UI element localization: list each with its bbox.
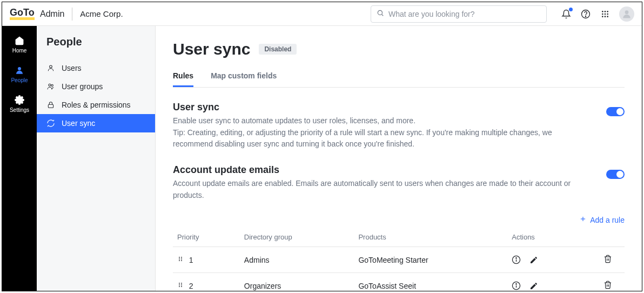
goto-logo: GoTo xyxy=(10,8,35,20)
svg-line-1 xyxy=(382,14,384,16)
section-user-sync: User sync Enable user sync to automate u… xyxy=(173,102,625,150)
trash-icon[interactable] xyxy=(603,255,612,263)
org-name: Acme Corp. xyxy=(80,9,123,18)
svg-point-22 xyxy=(179,257,180,258)
svg-point-27 xyxy=(181,261,182,262)
th-trash xyxy=(591,228,625,247)
secnav-item-users[interactable]: Users xyxy=(37,59,155,77)
info-icon[interactable] xyxy=(512,255,521,264)
logo-text: GoTo xyxy=(10,8,35,17)
secnav-label-users: Users xyxy=(62,64,82,72)
th-directory-group: Directory group xyxy=(240,228,354,247)
svg-point-30 xyxy=(516,258,516,258)
avatar[interactable] xyxy=(619,6,634,22)
help-icon[interactable] xyxy=(580,9,591,19)
secnav-item-groups[interactable]: User groups xyxy=(37,77,155,96)
plus-icon xyxy=(579,215,587,224)
svg-rect-19 xyxy=(48,104,53,108)
svg-point-16 xyxy=(50,65,52,68)
svg-point-4 xyxy=(602,11,603,12)
svg-point-12 xyxy=(607,16,608,17)
user-sync-title: User sync xyxy=(173,102,590,113)
svg-point-25 xyxy=(181,259,182,260)
add-rule-button[interactable]: Add a rule xyxy=(579,215,625,224)
svg-point-11 xyxy=(605,16,606,17)
products-cell: GoToMeeting Starter xyxy=(354,247,507,273)
trash-icon[interactable] xyxy=(603,281,612,289)
left-rail: Home People Settings xyxy=(2,26,37,291)
tab-map-custom-fields[interactable]: Map custom fields xyxy=(211,71,277,87)
rail-item-people[interactable]: People xyxy=(11,65,28,83)
products-cell: GoToAssist Seeit xyxy=(354,273,507,291)
svg-point-9 xyxy=(607,13,608,15)
user-sync-toggle[interactable] xyxy=(606,107,625,116)
tab-rules[interactable]: Rules xyxy=(173,71,193,87)
rail-label-home: Home xyxy=(12,48,27,54)
svg-point-7 xyxy=(602,13,603,15)
svg-point-24 xyxy=(179,259,180,260)
svg-point-8 xyxy=(605,13,606,15)
add-rule-label: Add a rule xyxy=(590,216,625,224)
admin-label: Admin xyxy=(40,9,64,19)
priority-value: 1 xyxy=(189,256,193,264)
th-products: Products xyxy=(354,228,507,247)
edit-icon[interactable] xyxy=(529,282,538,290)
emails-desc: Account update emails are enabled. Email… xyxy=(173,178,590,201)
tabs: Rules Map custom fields xyxy=(173,71,625,88)
drag-handle-icon[interactable] xyxy=(177,281,185,289)
svg-point-3 xyxy=(585,16,586,16)
page-title: User sync xyxy=(173,40,250,58)
rail-item-settings[interactable]: Settings xyxy=(10,95,29,113)
rules-table: Priority Directory group Products Action… xyxy=(173,228,625,291)
svg-point-0 xyxy=(378,10,382,15)
svg-point-6 xyxy=(607,11,608,12)
rail-label-people: People xyxy=(11,77,28,83)
svg-point-17 xyxy=(49,84,51,86)
svg-point-33 xyxy=(179,285,180,286)
divider xyxy=(72,8,72,21)
emails-title: Account update emails xyxy=(173,164,590,176)
topbar: GoTo Admin Acme Corp. xyxy=(2,2,642,26)
th-actions: Actions xyxy=(507,228,591,247)
th-priority: Priority xyxy=(173,228,240,247)
secnav-title: People xyxy=(37,36,155,59)
notification-dot xyxy=(569,8,573,11)
drag-handle-icon[interactable] xyxy=(177,255,185,263)
svg-point-39 xyxy=(516,284,516,284)
search-icon xyxy=(377,9,384,19)
secnav-label-roles: Roles & permissions xyxy=(62,101,131,109)
emails-toggle[interactable] xyxy=(606,170,625,179)
svg-point-10 xyxy=(602,16,603,17)
rail-label-settings: Settings xyxy=(10,107,29,113)
status-badge: Disabled xyxy=(259,44,297,55)
logo-underline xyxy=(10,17,35,20)
secnav-item-roles[interactable]: Roles & permissions xyxy=(37,96,155,114)
svg-point-34 xyxy=(181,285,182,286)
svg-point-32 xyxy=(181,283,182,284)
table-row: 2OrganizersGoToAssist Seeit xyxy=(173,273,625,291)
notifications-icon[interactable] xyxy=(561,9,572,19)
secnav-label-user-sync: User sync xyxy=(62,119,95,128)
search-input[interactable] xyxy=(388,10,541,18)
directory-group-cell: Organizers xyxy=(240,273,354,291)
svg-point-36 xyxy=(181,287,182,288)
edit-icon[interactable] xyxy=(529,256,538,264)
user-sync-tip: Tip: Creating, editing, or adjusting the… xyxy=(173,128,552,149)
apps-icon[interactable] xyxy=(600,9,611,19)
directory-group-cell: Admins xyxy=(240,247,354,273)
priority-value: 2 xyxy=(189,282,193,290)
main-content: User sync Disabled Rules Map custom fiel… xyxy=(156,26,642,291)
svg-point-35 xyxy=(179,287,180,288)
svg-point-18 xyxy=(51,84,53,86)
search-box[interactable] xyxy=(371,5,547,23)
table-row: 1AdminsGoToMeeting Starter xyxy=(173,247,625,273)
info-icon[interactable] xyxy=(512,281,521,290)
svg-point-31 xyxy=(179,283,180,284)
user-sync-desc: Enable user sync to automate updates to … xyxy=(173,116,415,125)
rail-item-home[interactable]: Home xyxy=(12,36,27,54)
svg-point-5 xyxy=(605,11,606,12)
svg-point-13 xyxy=(625,10,629,14)
svg-point-23 xyxy=(181,257,182,258)
secnav-item-user-sync[interactable]: User sync xyxy=(37,114,155,132)
secnav-label-groups: User groups xyxy=(62,82,103,91)
